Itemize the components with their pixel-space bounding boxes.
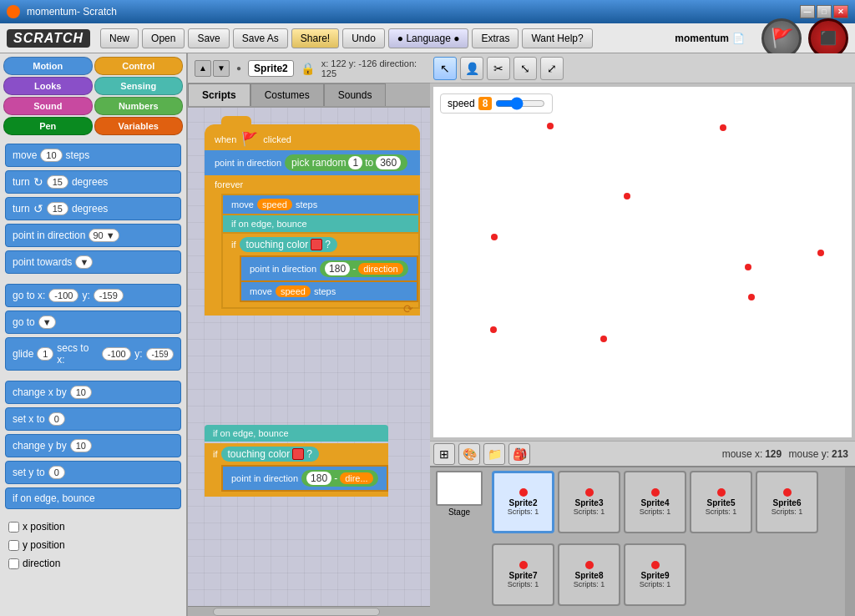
block-turn-cw[interactable]: turn ↻ 15 degrees	[5, 170, 181, 194]
tab-sounds[interactable]: Sounds	[324, 83, 387, 106]
nav-up[interactable]: ▲	[195, 60, 211, 77]
cat-numbers[interactable]: Numbers	[94, 97, 184, 115]
cat-looks[interactable]: Looks	[3, 77, 93, 95]
share-button[interactable]: Share!	[291, 28, 339, 48]
open-button[interactable]: Open	[142, 28, 185, 48]
folder-btn[interactable]: 📁	[483, 443, 505, 465]
direction-var[interactable]: direction	[358, 263, 403, 275]
center-panel: ▲ ▼ ● Sprite2 🔒 x: 122 y: -126 direction…	[188, 53, 430, 616]
block-change-y[interactable]: change y by 10	[5, 434, 181, 457]
block-if-edge-bounce[interactable]: if on edge, bounce	[5, 487, 181, 509]
paint-btn[interactable]: 🎨	[458, 443, 480, 465]
pick-random-block[interactable]: pick random 1 to 360	[285, 154, 407, 171]
cat-motion[interactable]: Motion	[3, 57, 93, 75]
stage-thumbnail[interactable]: Stage	[430, 467, 488, 616]
block-goto[interactable]: go to ▼	[5, 311, 181, 334]
sprite-thumb-sprite7[interactable]: Sprite7 Scripts: 1	[492, 543, 554, 606]
sprite-thumb-sprite2[interactable]: Sprite2 Scripts: 1	[492, 471, 554, 533]
block-point-direction[interactable]: point in direction 90 ▼	[5, 224, 181, 247]
checkbox-y-position[interactable]: y position	[5, 538, 181, 553]
block-point-towards[interactable]: point towards ▼	[5, 250, 181, 274]
camera-btn[interactable]: 🎒	[508, 443, 530, 465]
titlebar-buttons[interactable]: — □ ✕	[800, 5, 848, 18]
color-swatch[interactable]	[311, 239, 322, 250]
close-button[interactable]: ✕	[833, 5, 848, 18]
maximize-button[interactable]: □	[817, 5, 832, 18]
sprite-thumb-sprite6[interactable]: Sprite6 Scripts: 1	[756, 471, 818, 533]
sprite7-name: Sprite7	[509, 571, 538, 580]
checkbox-direction[interactable]: direction	[5, 556, 181, 571]
minimize-button[interactable]: —	[800, 5, 815, 18]
cat-variables[interactable]: Variables	[94, 117, 184, 135]
sprite-thumb-sprite3[interactable]: Sprite3 Scripts: 1	[558, 471, 620, 533]
grow-tool[interactable]: ⤡	[514, 57, 537, 80]
flag-icon: 🚩	[241, 131, 258, 147]
shrink-tool[interactable]: ⤢	[540, 57, 564, 80]
sprite-thumb-sprite4[interactable]: Sprite4 Scripts: 1	[624, 471, 686, 533]
green-flag-button[interactable]: 🚩	[761, 18, 802, 58]
save-button[interactable]: Save	[188, 28, 229, 48]
sprite-thumb-sprite8[interactable]: Sprite8 Scripts: 1	[558, 543, 620, 606]
stop-button[interactable]: ⬛	[808, 18, 848, 58]
sprite9-scripts: Scripts: 1	[640, 580, 671, 588]
speed-var2[interactable]: speed	[276, 285, 311, 297]
block-set-x[interactable]: set x to 0	[5, 407, 181, 431]
if-edge2-label: if on edge, bounce	[213, 428, 289, 438]
mouse-x-label: mouse x:	[722, 448, 763, 460]
sprite-dot-8	[748, 294, 755, 300]
color-swatch2[interactable]	[292, 448, 304, 460]
extras-button[interactable]: Extras	[472, 28, 519, 48]
sprite2-name: Sprite2	[509, 498, 538, 507]
lock-icon: 🔒	[301, 62, 315, 75]
random-to[interactable]: 360	[376, 156, 401, 169]
block-set-y[interactable]: set y to 0	[5, 461, 181, 484]
undo-button[interactable]: Undo	[342, 28, 385, 48]
sprites-grid: Sprite2 Scripts: 1 Sprite3 Scripts: 1 Sp…	[488, 467, 845, 616]
touching-color2-block[interactable]: touching color ?	[221, 447, 319, 462]
help-button[interactable]: Want Help?	[522, 28, 592, 48]
speed-slider[interactable]	[495, 97, 545, 110]
sprite-nav: ▲ ▼	[195, 60, 230, 77]
tab-costumes[interactable]: Costumes	[250, 83, 324, 106]
sprite-dot-4	[745, 264, 751, 270]
nav-down[interactable]: ▼	[213, 60, 230, 77]
sprite6-name: Sprite6	[773, 498, 802, 507]
stage-canvas: speed 8	[433, 87, 852, 437]
delete-tool[interactable]: ✂	[487, 57, 510, 80]
save-as-button[interactable]: Save As	[233, 28, 288, 48]
sprite-thumb-sprite5[interactable]: Sprite5 Scripts: 1	[690, 471, 752, 533]
block-move-steps[interactable]: move 10 steps	[5, 144, 181, 167]
cat-control[interactable]: Control	[94, 57, 184, 75]
direction-var2[interactable]: dire...	[340, 472, 373, 484]
mouse-position: mouse x: 129 mouse y: 213	[719, 447, 852, 462]
app-icon	[7, 5, 20, 18]
sprite-dot-6	[490, 326, 497, 333]
tab-scripts[interactable]: Scripts	[188, 83, 250, 106]
cat-sensing[interactable]: Sensing	[94, 77, 184, 95]
cat-pen[interactable]: Pen	[3, 117, 93, 135]
block-goto-xy[interactable]: go to x: -100 y: -159	[5, 284, 181, 307]
block-turn-ccw[interactable]: turn ↺ 15 degrees	[5, 197, 181, 220]
point-val[interactable]: 180	[325, 262, 350, 275]
touching-color-block[interactable]: touching color ?	[240, 237, 337, 252]
direction-calc2[interactable]: 180 - dire...	[301, 470, 378, 487]
random-from[interactable]: 1	[348, 156, 362, 169]
speed-var-display[interactable]: speed	[257, 199, 292, 210]
block-change-x[interactable]: change x by 10	[5, 381, 181, 404]
new-button[interactable]: New	[100, 28, 139, 48]
sprite-thumb-sprite9[interactable]: Sprite9 Scripts: 1	[624, 543, 686, 606]
scripts-area[interactable]: when 🚩 clicked point in direction pick r…	[188, 108, 430, 606]
sprite5-scripts: Scripts: 1	[706, 507, 737, 516]
direction-calc[interactable]: 180 - direction	[320, 260, 408, 277]
block-glide[interactable]: glide 1 secs to x: -100 y: -159	[5, 337, 181, 371]
sprite7-scripts: Scripts: 1	[508, 580, 539, 588]
sprite4-dot	[651, 488, 660, 497]
sprite-scrollbar[interactable]	[845, 467, 855, 616]
sprite-dot-5	[491, 234, 498, 240]
duplicate-tool[interactable]: 👤	[460, 57, 483, 80]
cat-sound[interactable]: Sound	[3, 97, 93, 115]
language-button[interactable]: ● Language ●	[388, 28, 469, 48]
cursor-tool[interactable]: ↖	[433, 57, 457, 80]
stage-view-btn[interactable]: ⊞	[433, 443, 455, 465]
checkbox-x-position[interactable]: x position	[5, 519, 181, 534]
